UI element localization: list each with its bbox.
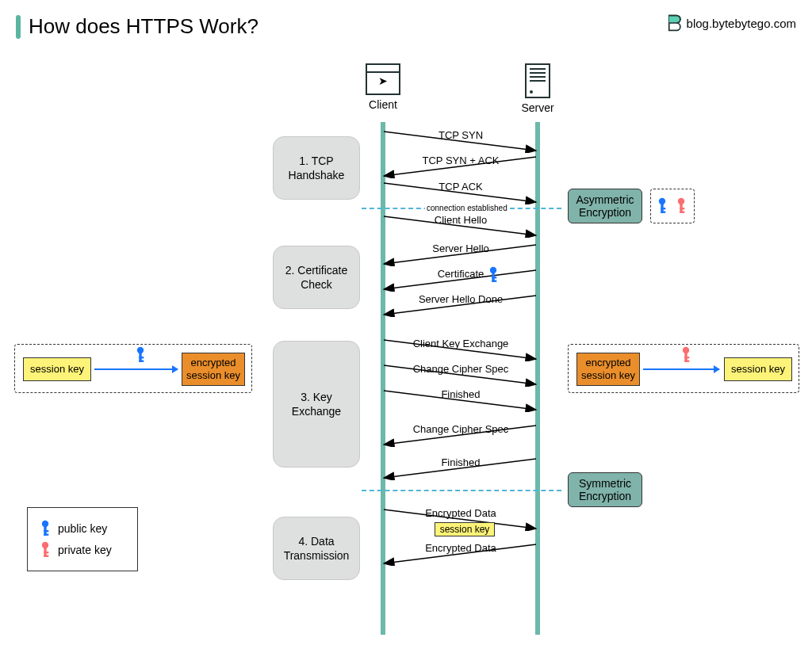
actor-server: Server <box>515 63 560 114</box>
asymmetric-encryption-box: Asymmetric Encryption <box>568 189 642 223</box>
public-key-icon <box>39 520 52 537</box>
browser-icon: ➤ <box>366 63 400 95</box>
encrypted-session-key-box: encrypted session key <box>576 353 640 386</box>
private-key-icon <box>675 197 688 215</box>
phase-certificate-check: 2. Certificate Check <box>273 246 360 309</box>
msg-client-key-ex: Client Key Exchange <box>385 338 536 349</box>
lifeline-client <box>381 122 385 635</box>
session-key-box: session key <box>23 357 91 381</box>
client-keyexchange-group: session key encrypted session key <box>14 344 252 393</box>
divider-symmetric <box>362 490 561 491</box>
actor-client: ➤ Client <box>357 63 409 111</box>
msg-encdata2: Encrypted Data <box>385 542 536 554</box>
msg-server-hello: Server Hello <box>385 242 536 254</box>
symmetric-encryption-box: Symmetric Encryption <box>568 472 642 507</box>
encrypted-session-key-box: encrypted session key <box>182 353 245 386</box>
public-key-icon <box>656 197 668 215</box>
decrypt-arrow-right <box>643 368 719 370</box>
actor-client-label: Client <box>357 98 409 111</box>
legend-private-label: private key <box>58 544 112 556</box>
msg-ccs1: Change Cipher Spec <box>385 363 536 375</box>
msg-finished1: Finished <box>385 388 536 400</box>
session-key-box: session key <box>724 357 792 381</box>
brand-logo-icon <box>666 14 682 32</box>
actor-server-label: Server <box>515 101 560 114</box>
server-icon <box>525 63 550 98</box>
private-key-icon <box>680 346 692 364</box>
msg-tcp-ack: TCP ACK <box>385 181 536 193</box>
page-title-bar: How does HTTPS Work? <box>16 14 259 39</box>
title-accent <box>16 15 21 39</box>
server-keyexchange-group: encrypted session key session key <box>568 344 799 393</box>
msg-ccs2: Change Cipher Spec <box>385 423 536 435</box>
brand-text: blog.bytebytego.com <box>687 17 796 30</box>
phase-data-transmission: 4. Data Transmission <box>273 517 360 580</box>
legend: public key private key <box>27 507 138 571</box>
brand-label: blog.bytebytego.com <box>666 14 796 32</box>
private-key-icon <box>39 541 52 559</box>
msg-server-hello-done: Server Hello Done <box>385 293 536 305</box>
lifeline-server <box>535 122 540 635</box>
msg-finished2: Finished <box>385 456 536 468</box>
session-key-inline: session key <box>435 522 495 536</box>
legend-private-key: private key <box>39 541 126 559</box>
divider-label-1: connection established <box>425 204 509 212</box>
legend-public-label: public key <box>58 522 107 535</box>
page-title: How does HTTPS Work? <box>29 14 259 39</box>
msg-encdata1: Encrypted Data <box>385 507 536 519</box>
msg-client-hello: Client Hello <box>385 214 536 226</box>
public-key-icon <box>134 346 147 364</box>
public-key-icon <box>487 266 500 284</box>
phase-tcp-handshake: 1. TCP Handshake <box>273 136 360 200</box>
asym-keys-group <box>650 189 695 223</box>
msg-tcp-syn: TCP SYN <box>385 129 536 141</box>
msg-certificate: Certificate <box>385 268 536 280</box>
msg-tcp-synack: TCP SYN + ACK <box>385 155 536 166</box>
legend-public-key: public key <box>39 520 126 537</box>
encrypt-arrow-left <box>94 368 178 370</box>
phase-key-exchange: 3. Key Exchange <box>273 341 360 468</box>
